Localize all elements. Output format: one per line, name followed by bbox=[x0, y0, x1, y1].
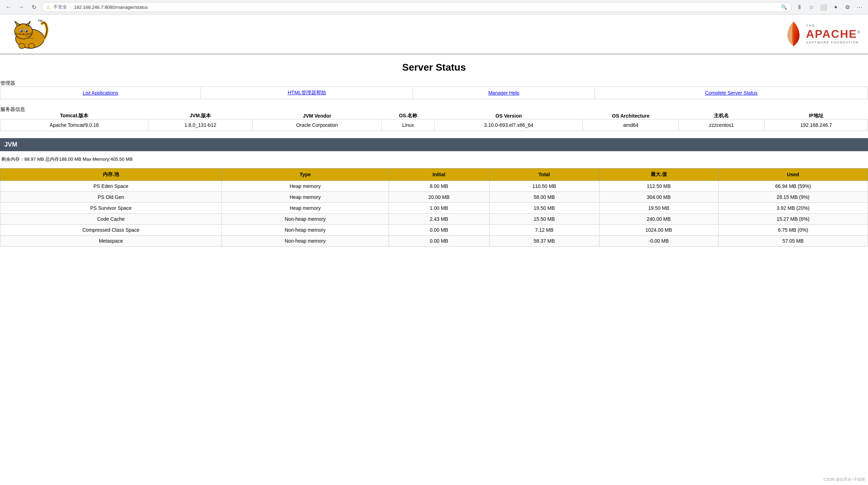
cell-used: 28.15 MB (9%) bbox=[718, 192, 868, 203]
cell-used: 15.27 MB (6%) bbox=[718, 214, 868, 225]
manager-help-link[interactable]: Manager Help bbox=[488, 90, 519, 96]
favorites-button[interactable]: ☆ bbox=[807, 2, 816, 12]
apache-logo: THE APACHE® SOFTWARE FOUNDATION bbox=[785, 20, 861, 48]
back-button[interactable]: ← bbox=[4, 2, 13, 12]
manager-links-row: List Applications HTML管理器帮助 Manager Help… bbox=[0, 87, 868, 99]
software-foundation-label: SOFTWARE FOUNDATION bbox=[806, 41, 861, 44]
apache-feather-icon bbox=[785, 20, 802, 48]
extensions-button[interactable]: ⚙ bbox=[843, 2, 852, 12]
jvm-section-header: JVM bbox=[0, 138, 868, 151]
the-label: THE bbox=[806, 24, 861, 28]
manager-link-html-help[interactable]: HTML管理器帮助 bbox=[201, 87, 413, 99]
cell-ip: 192.168.246.7 bbox=[764, 119, 868, 131]
browser-chrome: ← → ↻ ⚠ 不安全 | 192.168.246.7:8080/manager… bbox=[0, 0, 868, 14]
cell-pool: PS Eden Space bbox=[0, 181, 222, 192]
memory-table-row: Code CacheNon-heap memory2.43 MB15.50 MB… bbox=[0, 214, 868, 225]
cell-pool: Code Cache bbox=[0, 214, 222, 225]
cell-jvm-vendor: Oracle Corporation bbox=[252, 119, 382, 131]
cell-os-name: Linux bbox=[382, 119, 435, 131]
memory-table-body: PS Eden SpaceHeap memory8.00 MB110.50 MB… bbox=[0, 181, 868, 247]
cell-os-arch: amd64 bbox=[583, 119, 679, 131]
page-header: TM bbox=[0, 14, 868, 54]
page-title: Server Status bbox=[0, 62, 868, 73]
forward-button[interactable]: → bbox=[16, 2, 26, 12]
tomcat-logo: TM bbox=[7, 18, 49, 50]
cell-initial: 20.00 MB bbox=[389, 192, 489, 203]
cell-initial: 0.00 MB bbox=[389, 236, 489, 247]
col-total: Total bbox=[489, 168, 599, 181]
cell-tomcat-version: Apache Tomcat/9.0.16 bbox=[0, 119, 148, 131]
tomcat-logo-svg: TM bbox=[7, 18, 49, 50]
cell-os-version: 3.10.0-693.el7.x86_64 bbox=[435, 119, 583, 131]
cell-pool: Compressed Class Space bbox=[0, 225, 222, 236]
manager-link-complete-status[interactable]: Complete Server Status bbox=[595, 87, 868, 99]
cell-type: Non-heap memory bbox=[222, 236, 389, 247]
cell-total: 58.00 MB bbox=[489, 192, 599, 203]
cell-used: 3.92 MB (20%) bbox=[718, 203, 868, 214]
cell-max: 304.00 MB bbox=[599, 192, 718, 203]
cell-used: 6.75 MB (0%) bbox=[718, 225, 868, 236]
memory-table-row: MetaspaceNon-heap memory0.00 MB58.37 MB-… bbox=[0, 236, 868, 247]
cell-total: 110.50 MB bbox=[489, 181, 599, 192]
col-jvm-version: JVM.版本 bbox=[148, 113, 253, 119]
more-button[interactable]: ⋯ bbox=[855, 2, 864, 12]
manager-section-table: 管理器 List Applications HTML管理器帮助 Manager … bbox=[0, 80, 868, 99]
memory-pool-table: 内存.池 Type Initial Total 最大.值 Used PS Ede… bbox=[0, 168, 868, 247]
cell-total: 58.37 MB bbox=[489, 236, 599, 247]
cell-max: 240.00 MB bbox=[599, 214, 718, 225]
col-hostname: 主机名 bbox=[679, 113, 764, 119]
reload-button[interactable]: ↻ bbox=[29, 2, 39, 12]
manager-link-list-apps[interactable]: List Applications bbox=[0, 87, 201, 99]
col-ip: IP地址 bbox=[764, 113, 868, 119]
cell-pool: PS Survivor Space bbox=[0, 203, 222, 214]
memory-table-row: PS Survivor SpaceHeap memory1.00 MB19.50… bbox=[0, 203, 868, 214]
col-jvm-vendor: JVM Vendor bbox=[252, 113, 382, 119]
col-tomcat-version: Tomcat.版本 bbox=[0, 113, 148, 119]
cell-total: 7.12 MB bbox=[489, 225, 599, 236]
split-view-button[interactable]: ⬜ bbox=[819, 2, 828, 12]
cell-pool: PS Old Gen bbox=[0, 192, 222, 203]
cell-initial: 8.00 MB bbox=[389, 181, 489, 192]
cell-jvm-version: 1.8.0_131-b12 bbox=[148, 119, 253, 131]
svg-marker-2 bbox=[14, 21, 20, 26]
cell-max: 112.50 MB bbox=[599, 181, 718, 192]
memory-table-row: PS Eden SpaceHeap memory8.00 MB110.50 MB… bbox=[0, 181, 868, 192]
col-os-version: OS Version bbox=[435, 113, 583, 119]
memory-table-header-row: 内存.池 Type Initial Total 最大.值 Used bbox=[0, 168, 868, 181]
browser-actions: Ⅱ ☆ ⬜ ✦ ⚙ ⋯ bbox=[795, 2, 864, 12]
server-info-data-row: Apache Tomcat/9.0.16 1.8.0_131-b12 Oracl… bbox=[0, 119, 868, 131]
address-bar[interactable]: ⚠ 不安全 | 192.168.246.7:8080/manager/statu… bbox=[42, 2, 792, 12]
col-os-arch: OS Architecture bbox=[583, 113, 679, 119]
col-type: Type bbox=[222, 168, 389, 181]
col-used: Used bbox=[718, 168, 868, 181]
cell-initial: 2.43 MB bbox=[389, 214, 489, 225]
col-memory-pool: 内存.池 bbox=[0, 168, 222, 181]
complete-server-status-link[interactable]: Complete Server Status bbox=[705, 90, 758, 96]
cell-used: 57.05 MB bbox=[718, 236, 868, 247]
apache-name: APACHE® bbox=[806, 28, 861, 41]
collections-button[interactable]: ✦ bbox=[831, 2, 840, 12]
search-icon: 🔍 bbox=[781, 4, 787, 10]
jvm-section: JVM 剩余内存：88.97 MB 总内存188.00 MB Max Memor… bbox=[0, 138, 868, 247]
svg-point-14 bbox=[28, 43, 35, 48]
svg-point-8 bbox=[23, 33, 24, 34]
col-initial: Initial bbox=[389, 168, 489, 181]
manager-section-header: 管理器 bbox=[0, 80, 868, 87]
cell-type: Heap memory bbox=[222, 203, 389, 214]
server-info-section-table: 服务器信息 Tomcat.版本 JVM.版本 JVM Vendor OS.名称 … bbox=[0, 106, 868, 131]
list-applications-link[interactable]: List Applications bbox=[83, 90, 118, 96]
manager-link-manager-help[interactable]: Manager Help bbox=[413, 87, 595, 99]
cell-max: 1024.00 MB bbox=[599, 225, 718, 236]
col-os-name: OS.名称 bbox=[382, 113, 435, 119]
security-warning-text: 不安全 bbox=[53, 4, 67, 10]
html-manager-help-link[interactable]: HTML管理器帮助 bbox=[288, 90, 326, 95]
cell-total: 19.50 MB bbox=[489, 203, 599, 214]
read-mode-button[interactable]: Ⅱ bbox=[795, 2, 804, 12]
svg-marker-3 bbox=[26, 21, 31, 26]
cell-initial: 0.00 MB bbox=[389, 225, 489, 236]
cell-type: Non-heap memory bbox=[222, 225, 389, 236]
svg-point-7 bbox=[25, 30, 27, 32]
cell-max: 19.50 MB bbox=[599, 203, 718, 214]
cell-max: -0.00 MB bbox=[599, 236, 718, 247]
cell-type: Heap memory bbox=[222, 192, 389, 203]
